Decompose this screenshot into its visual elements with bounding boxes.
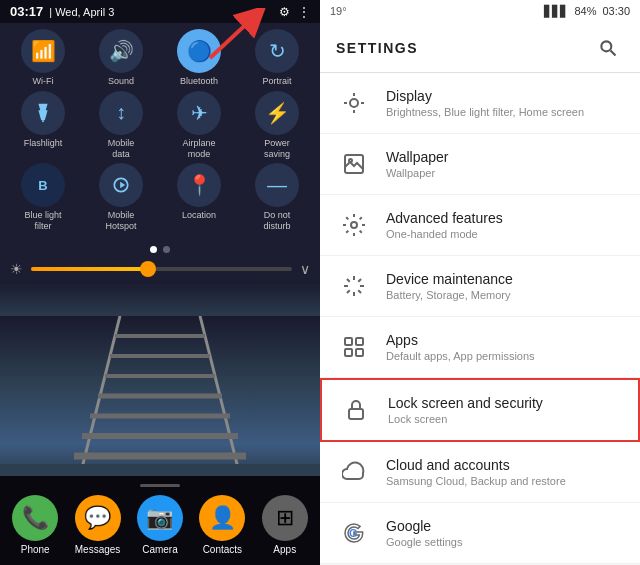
svg-rect-25 (345, 349, 352, 356)
svg-point-21 (349, 159, 352, 162)
lockscreen-sub: Lock screen (388, 413, 622, 425)
settings-item-lockscreen[interactable]: Lock screen and security Lock screen (320, 378, 640, 442)
svg-rect-27 (349, 409, 363, 419)
portrait-icon: ↻ (255, 29, 299, 73)
apps-name: Apps (386, 332, 624, 348)
quick-wifi-label: Wi-Fi (33, 76, 54, 87)
quick-location-label: Location (182, 210, 216, 221)
apps-text: Apps Default apps, App permissions (386, 332, 624, 362)
settings-icon[interactable]: ⚙ (279, 5, 290, 19)
dock-phone-label: Phone (21, 544, 50, 555)
settings-item-google[interactable]: G Google Google settings (320, 503, 640, 564)
dock-apps[interactable]: ⊞ Apps (262, 495, 308, 555)
quick-bluelight[interactable]: B Blue lightfilter (9, 163, 77, 232)
display-sub: Brightness, Blue light filter, Home scre… (386, 106, 624, 118)
quick-row-2: Flashlight ↕ Mobiledata ✈ Airplanemode ⚡… (4, 91, 316, 160)
dock-messages[interactable]: 💬 Messages (75, 495, 121, 555)
settings-search-button[interactable] (592, 32, 624, 64)
quick-portrait[interactable]: ↻ Portrait (243, 29, 311, 87)
settings-item-advanced[interactable]: Advanced features One-handed mode (320, 195, 640, 256)
quick-bluelight-label: Blue lightfilter (24, 210, 61, 232)
quick-airplane[interactable]: ✈ Airplanemode (165, 91, 233, 160)
messages-app-icon: 💬 (75, 495, 121, 541)
left-panel: 03:17 | Wed, April 3 ⚙ ⋮ 📶 Wi-Fi 🔊 Sound… (0, 0, 320, 565)
svg-point-15 (350, 99, 358, 107)
dock-phone[interactable]: 📞 Phone (12, 495, 58, 555)
left-status-bar: 03:17 | Wed, April 3 ⚙ ⋮ (0, 0, 320, 23)
dnd-icon: — (255, 163, 299, 207)
dot-inactive (163, 246, 170, 253)
maintenance-name: Device maintenance (386, 271, 624, 287)
dock-contacts-label: Contacts (203, 544, 242, 555)
dock-camera-label: Camera (142, 544, 178, 555)
cloud-icon (336, 454, 372, 490)
quick-wifi[interactable]: 📶 Wi-Fi (9, 29, 77, 87)
settings-item-apps[interactable]: Apps Default apps, App permissions (320, 317, 640, 378)
right-temp: 19° (330, 5, 347, 17)
quick-airplane-label: Airplanemode (182, 138, 215, 160)
google-sub: Google settings (386, 536, 624, 548)
dock-contacts[interactable]: 👤 Contacts (199, 495, 245, 555)
settings-item-cloud[interactable]: Cloud and accounts Samsung Cloud, Backup… (320, 442, 640, 503)
mobiledata-icon: ↕ (99, 91, 143, 135)
quick-mobiledata[interactable]: ↕ Mobiledata (87, 91, 155, 160)
advanced-name: Advanced features (386, 210, 624, 226)
settings-item-maintenance[interactable]: Device maintenance Battery, Storage, Mem… (320, 256, 640, 317)
display-icon (336, 85, 372, 121)
settings-item-wallpaper[interactable]: Wallpaper Wallpaper (320, 134, 640, 195)
dot-active (150, 246, 157, 253)
quick-powersaving[interactable]: ⚡ Powersaving (243, 91, 311, 160)
apps-icon (336, 329, 372, 365)
more-icon[interactable]: ⋮ (298, 5, 310, 19)
quick-sound-label: Sound (108, 76, 134, 87)
quick-dnd[interactable]: — Do notdisturb (243, 163, 311, 232)
cloud-text: Cloud and accounts Samsung Cloud, Backup… (386, 457, 624, 487)
maintenance-sub: Battery, Storage, Memory (386, 289, 624, 301)
contacts-app-icon: 👤 (199, 495, 245, 541)
google-svg-icon: G (342, 521, 366, 545)
advanced-sub: One-handed mode (386, 228, 624, 240)
flashlight-icon (21, 91, 65, 135)
quick-location[interactable]: 📍 Location (165, 163, 233, 232)
display-name: Display (386, 88, 624, 104)
quick-sound[interactable]: 🔊 Sound (87, 29, 155, 87)
quick-row-3: B Blue lightfilter MobileHotspot 📍 Locat… (4, 163, 316, 232)
wifi-icon: 📶 (21, 29, 65, 73)
google-name: Google (386, 518, 624, 534)
quick-mobiledata-label: Mobiledata (108, 138, 135, 160)
powersaving-icon: ⚡ (255, 91, 299, 135)
search-icon (598, 38, 618, 58)
maintenance-text: Device maintenance Battery, Storage, Mem… (386, 271, 624, 301)
brightness-slider[interactable] (31, 267, 292, 271)
quick-powersaving-label: Powersaving (264, 138, 290, 160)
quick-flashlight[interactable]: Flashlight (9, 91, 77, 160)
maintenance-icon (336, 268, 372, 304)
svg-rect-23 (345, 338, 352, 345)
right-status-bar: 19° ▋▋▋ 84% 03:30 (320, 0, 640, 22)
settings-title: SETTINGS (336, 40, 418, 56)
wallpaper-icon (336, 146, 372, 182)
quick-portrait-label: Portrait (262, 76, 291, 87)
railroad-svg (0, 316, 320, 476)
tracks-background (0, 281, 320, 476)
svg-line-14 (611, 51, 616, 56)
dock-messages-label: Messages (75, 544, 121, 555)
advanced-svg-icon (342, 213, 366, 237)
settings-item-display[interactable]: Display Brightness, Blue light filter, H… (320, 73, 640, 134)
brightness-expand-icon[interactable]: ∨ (300, 261, 310, 277)
lockscreen-name: Lock screen and security (388, 395, 622, 411)
quick-dnd-label: Do notdisturb (263, 210, 290, 232)
quick-bluetooth[interactable]: 🔵 Bluetooth (165, 29, 233, 87)
quick-flashlight-label: Flashlight (24, 138, 63, 149)
dock-camera[interactable]: 📷 Camera (137, 495, 183, 555)
settings-header: SETTINGS (320, 22, 640, 73)
wallpaper-sub: Wallpaper (386, 167, 624, 179)
wallpaper-text: Wallpaper Wallpaper (386, 149, 624, 179)
quick-hotspot[interactable]: MobileHotspot (87, 163, 155, 232)
brightness-thumb[interactable] (140, 261, 156, 277)
dock-area: 📞 Phone 💬 Messages 📷 Camera 👤 Contacts ⊞… (0, 476, 320, 565)
svg-point-13 (601, 41, 611, 51)
dock-apps-label: Apps (273, 544, 296, 555)
right-battery: 84% (574, 5, 596, 17)
quick-panel: 📶 Wi-Fi 🔊 Sound 🔵 Bluetooth ↻ Portrait (0, 23, 320, 242)
